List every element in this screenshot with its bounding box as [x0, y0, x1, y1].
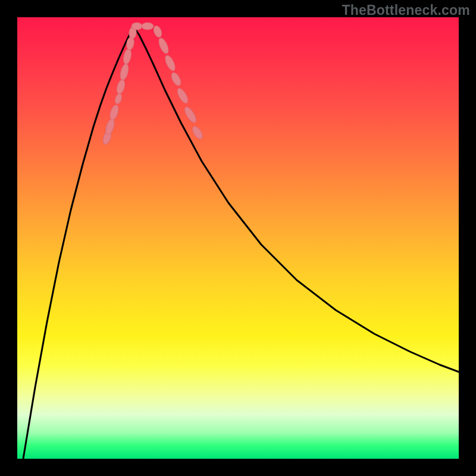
data-marker — [170, 71, 183, 87]
data-marker — [142, 23, 154, 30]
data-marker — [115, 79, 126, 95]
watermark-text: TheBottleneck.com — [342, 2, 470, 18]
data-marker — [108, 104, 120, 121]
data-markers — [102, 23, 205, 145]
chart-svg — [17, 17, 459, 459]
data-marker — [114, 93, 123, 105]
data-marker — [152, 24, 164, 38]
data-marker — [131, 23, 142, 30]
data-marker — [104, 118, 116, 136]
data-marker — [119, 63, 130, 81]
data-marker — [190, 125, 204, 141]
chart-frame: TheBottleneck.com — [0, 0, 476, 476]
data-marker — [163, 54, 177, 72]
data-marker — [122, 48, 132, 65]
curve-right-branch — [134, 27, 459, 372]
data-marker — [157, 37, 170, 55]
data-marker — [176, 87, 190, 105]
plot-area — [17, 17, 459, 459]
data-marker — [183, 105, 198, 124]
bottleneck-curve — [23, 27, 459, 459]
